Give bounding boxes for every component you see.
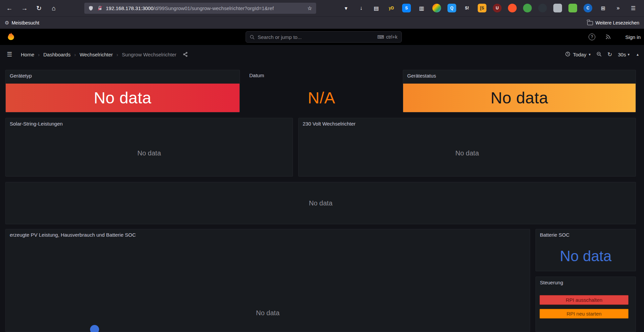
collapse-chevron-up-icon[interactable]: ▴ bbox=[637, 52, 639, 57]
stat-value-datum: N/A bbox=[245, 83, 398, 112]
green-dot-extension-icon[interactable] bbox=[523, 4, 532, 12]
rpi-ausschalten-button[interactable]: RPI ausschalten bbox=[540, 295, 629, 305]
grafana-logo-icon[interactable] bbox=[6, 32, 16, 42]
no-data-message: No data bbox=[6, 130, 293, 176]
gray-mask-extension-icon[interactable] bbox=[553, 4, 562, 12]
panel-title[interactable]: 230 Volt Wechselrichter bbox=[303, 121, 355, 127]
panel-title[interactable]: Datum bbox=[249, 73, 264, 78]
search-shortcut: ⌨ ctrl+k bbox=[377, 34, 397, 40]
bookmark-meistbesucht[interactable]: ⚙ Meistbesucht bbox=[5, 17, 39, 29]
printer-icon[interactable]: ▤ bbox=[372, 4, 381, 12]
pocket-icon[interactable]: ▾ bbox=[342, 4, 350, 12]
rpi-neu-starten-button[interactable]: RPI neu starten bbox=[540, 309, 629, 319]
tracking-shield-icon[interactable] bbox=[88, 5, 93, 11]
no-data-text: No data bbox=[137, 149, 161, 157]
green-shield-extension-icon[interactable] bbox=[568, 4, 577, 12]
share-dashboard-icon[interactable] bbox=[183, 52, 188, 57]
help-icon[interactable]: ? bbox=[589, 34, 595, 40]
no-data-text: No data bbox=[455, 149, 479, 157]
panel-geraetestatus: Gerätestatus No data bbox=[403, 70, 636, 112]
no-data-text: No data bbox=[309, 199, 332, 207]
toolbar-overflow-icon[interactable]: » bbox=[614, 4, 622, 12]
bookmark-star-icon[interactable]: ☆ bbox=[307, 5, 312, 11]
no-data-message: No data bbox=[6, 309, 530, 317]
dark-extension-icon[interactable] bbox=[538, 4, 547, 12]
forward-icon[interactable]: → bbox=[18, 0, 31, 16]
help-bubble[interactable] bbox=[90, 325, 99, 332]
reload-icon[interactable]: ↻ bbox=[33, 0, 45, 16]
back-icon[interactable]: ← bbox=[3, 0, 15, 16]
keyboard-icon: ⌨ bbox=[377, 34, 384, 40]
sign-in-button[interactable]: Sign in bbox=[625, 29, 641, 45]
no-data-text: No data bbox=[256, 309, 280, 317]
stat-value-geraetestatus: No data bbox=[403, 84, 636, 112]
clock-icon bbox=[565, 51, 570, 58]
other-bookmarks-label: Weitere Lesezeichen bbox=[596, 20, 639, 26]
grafana-topnav: Search or jump to... ⌨ ctrl+k ? Sign in bbox=[0, 29, 644, 45]
chevron-down-icon: ▾ bbox=[628, 52, 630, 57]
app-menu-icon[interactable]: ☰ bbox=[629, 4, 638, 12]
ydownloader-extension-icon[interactable]: yD bbox=[387, 4, 396, 12]
url-host: 192.168.178.31:3000 bbox=[106, 5, 154, 11]
url-bar[interactable]: 192.168.178.31:3000/d/99Sungrow01/sungro… bbox=[84, 3, 316, 14]
url-path: /d/99Sungrow01/sungrow-wechselrichter?or… bbox=[154, 5, 274, 11]
bookmark-label: Meistbesucht bbox=[11, 20, 39, 26]
search-placeholder: Search or jump to... bbox=[258, 34, 302, 40]
extensions-puzzle-icon[interactable]: ⊞ bbox=[599, 4, 607, 12]
folder-icon bbox=[587, 21, 593, 25]
no-data-message: No data bbox=[6, 182, 636, 224]
time-range-label: Today bbox=[573, 52, 586, 57]
panel-title[interactable]: Steuerung bbox=[540, 280, 563, 285]
bs-orange-extension-icon[interactable]: [S bbox=[478, 4, 486, 12]
refresh-icon[interactable]: ↻ bbox=[607, 51, 612, 58]
q-extension-icon[interactable]: Q bbox=[447, 4, 456, 12]
panel-pv-leistung: erzeugte PV Leistung, Hausverbrauch und … bbox=[5, 229, 530, 332]
shortcut-label: ctrl+k bbox=[386, 34, 397, 40]
home-icon[interactable]: ⌂ bbox=[48, 0, 60, 16]
insecure-lock-icon[interactable] bbox=[97, 5, 102, 11]
stat-value-geraetetyp: No data bbox=[6, 84, 240, 112]
refresh-interval-label: 30s bbox=[618, 52, 626, 57]
breadcrumb-home[interactable]: Home bbox=[21, 52, 34, 57]
chevron-right-icon: › bbox=[117, 52, 118, 57]
browser-toolbar: ← → ↻ ⌂ 192.168.178.31:3000/d/99Sungrow0… bbox=[0, 0, 644, 16]
panel-title[interactable]: Batterie SOC bbox=[540, 232, 569, 238]
sidebar-toggle-icon[interactable]: ▥ bbox=[417, 4, 426, 12]
news-rss-icon[interactable] bbox=[605, 34, 611, 40]
panel-title[interactable]: Gerätetyp bbox=[10, 73, 32, 79]
no-data-message: No data bbox=[299, 130, 636, 176]
chevron-down-icon: ▾ bbox=[589, 52, 591, 57]
chevron-right-icon: › bbox=[38, 52, 40, 57]
breadcrumb-wechselrichter[interactable]: Wechselrichter bbox=[80, 52, 113, 57]
u-red-extension-icon[interactable]: U bbox=[493, 4, 502, 12]
multicolor-extension-icon[interactable] bbox=[432, 4, 441, 12]
search-icon bbox=[250, 35, 255, 40]
panel-title[interactable]: erzeugte PV Leistung, Hausverbrauch und … bbox=[10, 232, 136, 238]
stat-value-batterie-soc: No data bbox=[536, 241, 636, 271]
panel-untitled: No data bbox=[5, 182, 636, 224]
screen: ← → ↻ ⌂ 192.168.178.31:3000/d/99Sungrow0… bbox=[0, 0, 644, 332]
skype-extension-icon[interactable]: S bbox=[402, 4, 411, 12]
panel-batterie-soc: Batterie SOC No data bbox=[535, 229, 636, 271]
panel-steuerung: Steuerung RPI ausschalten RPI neu starte… bbox=[535, 277, 636, 332]
url-text[interactable]: 192.168.178.31:3000/d/99Sungrow01/sungro… bbox=[106, 5, 305, 11]
bookmarks-bar: ⚙ Meistbesucht Weitere Lesezeichen bbox=[0, 16, 644, 29]
s-alert-extension-icon[interactable]: S! bbox=[463, 4, 471, 12]
breadcrumb: Home › Dashboards › Wechselrichter › Sun… bbox=[21, 45, 188, 64]
panel-datum: Datum N/A bbox=[245, 70, 398, 112]
refresh-interval-picker[interactable]: 30s ▾ bbox=[618, 52, 630, 57]
c-blue-extension-icon[interactable]: C bbox=[584, 4, 592, 12]
gear-icon: ⚙ bbox=[5, 20, 9, 26]
panel-title[interactable]: Gerätestatus bbox=[407, 73, 436, 79]
zoom-out-icon[interactable] bbox=[596, 51, 602, 58]
mega-menu-icon[interactable]: ☰ bbox=[7, 45, 12, 64]
download-icon[interactable]: ↓ bbox=[357, 4, 366, 12]
time-controls: Today ▾ ↻ 30s ▾ ▴ bbox=[565, 45, 639, 64]
panel-solar-string-leistungen: Solar-String-Leistungen No data bbox=[5, 118, 293, 177]
panel-title[interactable]: Solar-String-Leistungen bbox=[10, 121, 63, 127]
breadcrumb-dashboards[interactable]: Dashboards bbox=[43, 52, 71, 57]
time-range-picker[interactable]: Today ▾ bbox=[565, 51, 591, 58]
search-input[interactable]: Search or jump to... ⌨ ctrl+k bbox=[246, 31, 402, 43]
brave-lion-extension-icon[interactable] bbox=[508, 4, 517, 12]
other-bookmarks[interactable]: Weitere Lesezeichen bbox=[587, 17, 639, 29]
